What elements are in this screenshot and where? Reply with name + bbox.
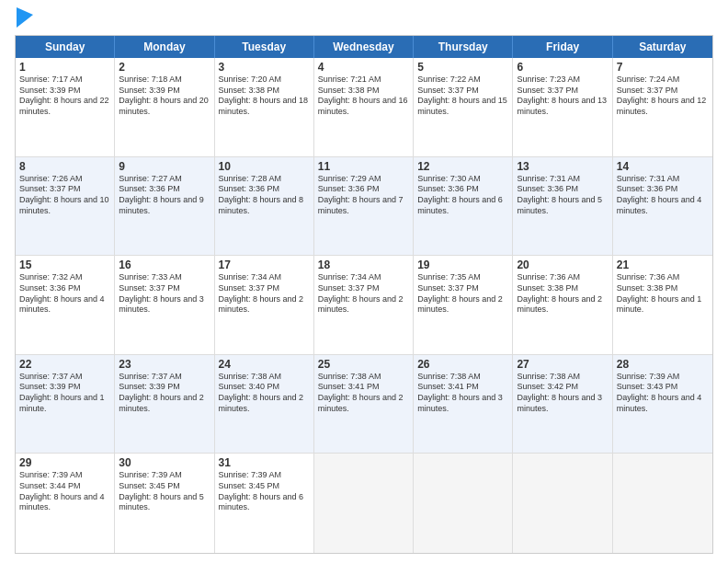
day-number: 4: [318, 61, 409, 74]
day-cell-23: 23Sunrise: 7:37 AMSunset: 3:39 PMDayligh…: [115, 355, 214, 454]
cell-info: Sunrise: 7:22 AMSunset: 3:37 PMDaylight:…: [417, 75, 508, 118]
cell-info: Sunrise: 7:24 AMSunset: 3:37 PMDaylight:…: [617, 75, 709, 118]
day-number: 7: [617, 61, 709, 74]
day-number: 22: [19, 358, 110, 371]
day-cell-7: 7Sunrise: 7:24 AMSunset: 3:37 PMDaylight…: [613, 58, 712, 156]
day-cell-21: 21Sunrise: 7:36 AMSunset: 3:38 PMDayligh…: [613, 256, 712, 354]
logo: [15, 11, 33, 28]
cell-info: Sunrise: 7:37 AMSunset: 3:39 PMDaylight:…: [19, 372, 110, 415]
cell-info: Sunrise: 7:39 AMSunset: 3:44 PMDaylight:…: [19, 470, 110, 513]
day-cell-6: 6Sunrise: 7:23 AMSunset: 3:37 PMDaylight…: [513, 58, 612, 156]
day-number: 6: [517, 61, 608, 74]
logo-text: [15, 11, 33, 28]
day-cell-12: 12Sunrise: 7:30 AMSunset: 3:36 PMDayligh…: [414, 157, 513, 256]
cell-info: Sunrise: 7:38 AMSunset: 3:41 PMDaylight:…: [417, 372, 508, 415]
empty-cell: [613, 454, 712, 553]
calendar-row-4: 29Sunrise: 7:39 AMSunset: 3:44 PMDayligh…: [16, 454, 712, 553]
day-number: 13: [517, 160, 608, 173]
day-number: 30: [119, 456, 210, 469]
cell-info: Sunrise: 7:29 AMSunset: 3:36 PMDaylight:…: [318, 174, 409, 217]
page: SundayMondayTuesdayWednesdayThursdayFrid…: [0, 0, 728, 563]
cell-info: Sunrise: 7:31 AMSunset: 3:36 PMDaylight:…: [617, 174, 709, 217]
day-cell-15: 15Sunrise: 7:32 AMSunset: 3:36 PMDayligh…: [16, 256, 115, 354]
day-cell-2: 2Sunrise: 7:18 AMSunset: 3:39 PMDaylight…: [115, 58, 214, 156]
calendar-body: 1Sunrise: 7:17 AMSunset: 3:39 PMDaylight…: [16, 58, 712, 553]
day-cell-27: 27Sunrise: 7:38 AMSunset: 3:42 PMDayligh…: [513, 355, 612, 454]
cell-info: Sunrise: 7:39 AMSunset: 3:45 PMDaylight:…: [119, 470, 210, 513]
day-number: 3: [219, 61, 310, 74]
cell-info: Sunrise: 7:34 AMSunset: 3:37 PMDaylight:…: [318, 272, 409, 316]
day-cell-20: 20Sunrise: 7:36 AMSunset: 3:38 PMDayligh…: [513, 256, 612, 354]
day-number: 24: [219, 358, 310, 371]
day-number: 28: [617, 358, 709, 371]
cell-info: Sunrise: 7:36 AMSunset: 3:38 PMDaylight:…: [517, 272, 608, 316]
header-day-saturday: Saturday: [613, 36, 712, 58]
calendar-row-1: 8Sunrise: 7:26 AMSunset: 3:37 PMDaylight…: [16, 157, 712, 257]
day-cell-22: 22Sunrise: 7:37 AMSunset: 3:39 PMDayligh…: [16, 355, 115, 454]
day-cell-8: 8Sunrise: 7:26 AMSunset: 3:37 PMDaylight…: [16, 157, 115, 256]
day-number: 31: [219, 456, 310, 469]
cell-info: Sunrise: 7:33 AMSunset: 3:37 PMDaylight:…: [119, 272, 210, 316]
calendar-header: SundayMondayTuesdayWednesdayThursdayFrid…: [16, 36, 712, 58]
day-number: 5: [417, 61, 508, 74]
calendar-row-3: 22Sunrise: 7:37 AMSunset: 3:39 PMDayligh…: [16, 355, 712, 454]
day-cell-9: 9Sunrise: 7:27 AMSunset: 3:36 PMDaylight…: [115, 157, 214, 256]
day-number: 21: [617, 259, 709, 271]
day-cell-24: 24Sunrise: 7:38 AMSunset: 3:40 PMDayligh…: [215, 355, 314, 454]
day-cell-11: 11Sunrise: 7:29 AMSunset: 3:36 PMDayligh…: [314, 157, 414, 256]
cell-info: Sunrise: 7:31 AMSunset: 3:36 PMDaylight:…: [517, 174, 608, 217]
day-cell-3: 3Sunrise: 7:20 AMSunset: 3:38 PMDaylight…: [215, 58, 314, 156]
day-number: 2: [119, 61, 210, 74]
empty-cell: [513, 454, 612, 553]
day-cell-19: 19Sunrise: 7:35 AMSunset: 3:37 PMDayligh…: [414, 256, 513, 354]
cell-info: Sunrise: 7:32 AMSunset: 3:36 PMDaylight:…: [19, 272, 110, 316]
day-number: 23: [119, 358, 210, 371]
day-cell-4: 4Sunrise: 7:21 AMSunset: 3:38 PMDaylight…: [314, 58, 414, 156]
day-cell-13: 13Sunrise: 7:31 AMSunset: 3:36 PMDayligh…: [513, 157, 612, 256]
header-day-tuesday: Tuesday: [215, 36, 314, 58]
day-cell-31: 31Sunrise: 7:39 AMSunset: 3:45 PMDayligh…: [215, 454, 314, 553]
header-day-wednesday: Wednesday: [314, 36, 414, 58]
calendar-row-0: 1Sunrise: 7:17 AMSunset: 3:39 PMDaylight…: [16, 58, 712, 157]
day-number: 15: [19, 259, 110, 271]
header-day-sunday: Sunday: [16, 36, 115, 58]
calendar-row-2: 15Sunrise: 7:32 AMSunset: 3:36 PMDayligh…: [16, 256, 712, 355]
cell-info: Sunrise: 7:28 AMSunset: 3:36 PMDaylight:…: [219, 174, 310, 217]
svg-marker-0: [17, 7, 33, 28]
cell-info: Sunrise: 7:18 AMSunset: 3:39 PMDaylight:…: [119, 75, 210, 118]
cell-info: Sunrise: 7:21 AMSunset: 3:38 PMDaylight:…: [318, 75, 409, 118]
header-day-thursday: Thursday: [414, 36, 513, 58]
cell-info: Sunrise: 7:27 AMSunset: 3:36 PMDaylight:…: [119, 174, 210, 217]
cell-info: Sunrise: 7:38 AMSunset: 3:42 PMDaylight:…: [517, 372, 608, 415]
cell-info: Sunrise: 7:23 AMSunset: 3:37 PMDaylight:…: [517, 75, 608, 118]
day-cell-28: 28Sunrise: 7:39 AMSunset: 3:43 PMDayligh…: [613, 355, 712, 454]
day-cell-16: 16Sunrise: 7:33 AMSunset: 3:37 PMDayligh…: [115, 256, 214, 354]
day-number: 14: [617, 160, 709, 173]
cell-info: Sunrise: 7:35 AMSunset: 3:37 PMDaylight:…: [417, 272, 508, 316]
day-cell-1: 1Sunrise: 7:17 AMSunset: 3:39 PMDaylight…: [16, 58, 115, 156]
calendar: SundayMondayTuesdayWednesdayThursdayFrid…: [15, 35, 713, 554]
day-number: 9: [119, 160, 210, 173]
day-number: 8: [19, 160, 110, 173]
day-number: 1: [19, 61, 110, 74]
day-cell-10: 10Sunrise: 7:28 AMSunset: 3:36 PMDayligh…: [215, 157, 314, 256]
header: [15, 11, 713, 28]
logo-icon: [17, 7, 33, 28]
cell-info: Sunrise: 7:17 AMSunset: 3:39 PMDaylight:…: [19, 75, 110, 118]
day-number: 29: [19, 456, 110, 469]
day-cell-26: 26Sunrise: 7:38 AMSunset: 3:41 PMDayligh…: [414, 355, 513, 454]
day-number: 26: [417, 358, 508, 371]
empty-cell: [314, 454, 414, 553]
cell-info: Sunrise: 7:39 AMSunset: 3:43 PMDaylight:…: [617, 372, 709, 415]
day-number: 27: [517, 358, 608, 371]
cell-info: Sunrise: 7:26 AMSunset: 3:37 PMDaylight:…: [19, 174, 110, 217]
cell-info: Sunrise: 7:37 AMSunset: 3:39 PMDaylight:…: [119, 372, 210, 415]
day-number: 10: [219, 160, 310, 173]
day-number: 12: [417, 160, 508, 173]
cell-info: Sunrise: 7:30 AMSunset: 3:36 PMDaylight:…: [417, 174, 508, 217]
cell-info: Sunrise: 7:39 AMSunset: 3:45 PMDaylight:…: [219, 470, 310, 513]
day-cell-5: 5Sunrise: 7:22 AMSunset: 3:37 PMDaylight…: [414, 58, 513, 156]
day-cell-17: 17Sunrise: 7:34 AMSunset: 3:37 PMDayligh…: [215, 256, 314, 354]
cell-info: Sunrise: 7:34 AMSunset: 3:37 PMDaylight:…: [219, 272, 310, 316]
day-number: 20: [517, 259, 608, 271]
